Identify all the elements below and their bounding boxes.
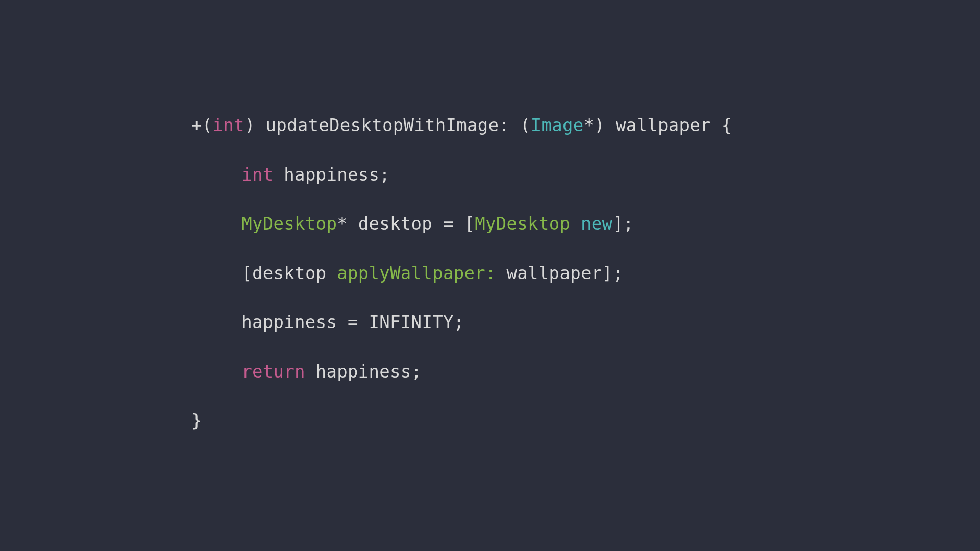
code-token: return	[241, 361, 305, 382]
code-token: {	[722, 115, 732, 135]
code-token	[605, 115, 616, 135]
code-line-5: happiness = INFINITY;	[191, 310, 732, 334]
code-token	[711, 115, 722, 135]
code-token: ;	[612, 263, 623, 283]
code-token: MyDesktop	[475, 213, 570, 234]
code-token: )	[244, 115, 255, 135]
code-token: wallpaper	[616, 115, 711, 135]
code-token: =	[443, 213, 454, 234]
code-token: [	[241, 263, 252, 283]
code-token: happiness	[316, 361, 411, 382]
code-token	[305, 361, 316, 382]
code-token: *	[337, 213, 348, 234]
code-token	[432, 213, 443, 234]
code-token	[337, 312, 348, 332]
code-token: updateDesktopWithImage:	[265, 115, 509, 135]
code-token: desktop	[252, 263, 326, 283]
code-token: desktop	[358, 213, 432, 234]
code-line-4: [desktop applyWallpaper: wallpaper];	[191, 261, 732, 285]
code-token: new	[581, 213, 612, 234]
code-token: }	[191, 410, 202, 431]
code-token	[454, 213, 464, 234]
code-token: Image	[531, 115, 584, 135]
code-token	[496, 263, 507, 283]
code-token: ;	[411, 361, 422, 382]
code-line-1: +(int) updateDesktopWithImage: (Image*) …	[191, 113, 732, 137]
code-token	[326, 263, 337, 283]
code-token: int	[241, 164, 273, 185]
code-token	[274, 164, 284, 185]
code-token: INFINITY	[369, 312, 454, 332]
code-token	[358, 312, 369, 332]
code-token: MyDesktop	[241, 213, 337, 234]
code-line-6: return happiness;	[191, 359, 732, 384]
code-token: )	[594, 115, 605, 135]
code-token: (	[520, 115, 531, 135]
code-token: happiness	[241, 312, 337, 332]
code-token	[509, 115, 520, 135]
code-token: ;	[454, 312, 464, 332]
code-block: +(int) updateDesktopWithImage: (Image*) …	[0, 88, 732, 458]
code-token: +	[191, 115, 202, 135]
code-token: ]	[602, 263, 612, 283]
code-token: happiness	[284, 164, 379, 185]
code-token: int	[213, 115, 244, 135]
code-token	[348, 213, 358, 234]
code-token: *	[584, 115, 595, 135]
code-token: (	[202, 115, 213, 135]
code-line-2: int happiness;	[191, 162, 732, 187]
code-token: [	[464, 213, 475, 234]
code-token: ]	[612, 213, 623, 234]
code-token: ;	[379, 164, 390, 185]
code-line-7: }	[191, 408, 732, 433]
code-token	[570, 213, 581, 234]
code-token: applyWallpaper:	[337, 263, 496, 283]
code-token: =	[348, 312, 358, 332]
code-token	[255, 115, 266, 135]
code-token: wallpaper	[507, 263, 602, 283]
code-line-3: MyDesktop* desktop = [MyDesktop new];	[191, 211, 732, 236]
code-token: ;	[623, 213, 634, 234]
